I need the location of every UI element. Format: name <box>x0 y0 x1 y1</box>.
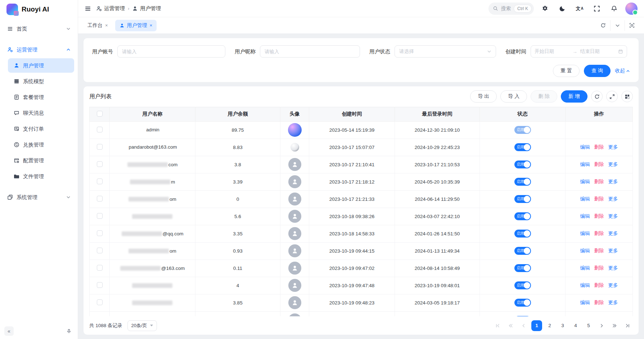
status-toggle[interactable]: 启用 <box>514 299 531 307</box>
global-search[interactable]: 搜索 Ctrl K <box>488 3 534 15</box>
delete-link[interactable]: 删除 <box>594 178 604 185</box>
close-icon[interactable]: × <box>150 23 153 28</box>
refresh-icon[interactable] <box>591 91 603 102</box>
tab-workbench[interactable]: 工作台 × <box>83 20 112 31</box>
pin-icon[interactable] <box>64 326 73 336</box>
export-button[interactable]: 导 出 <box>470 90 497 103</box>
row-checkbox[interactable] <box>97 161 103 167</box>
row-checkbox[interactable] <box>97 248 103 253</box>
user-avatar[interactable] <box>625 3 638 15</box>
delete-link[interactable]: 删除 <box>594 282 604 289</box>
row-checkbox[interactable] <box>97 299 103 305</box>
sidebar-item-user-management[interactable]: 用户管理 <box>8 58 74 73</box>
jump-back-button[interactable] <box>505 320 516 331</box>
search-button[interactable]: 查 询 <box>584 65 611 77</box>
select-all-checkbox[interactable] <box>97 111 103 117</box>
status-toggle[interactable]: 启用 <box>514 212 531 220</box>
column-settings-grid-icon[interactable] <box>621 91 633 102</box>
edit-link[interactable]: 编辑 <box>580 178 590 185</box>
prev-page-button[interactable] <box>518 320 529 331</box>
more-link[interactable]: 更多 <box>608 299 618 306</box>
sidebar-collapse-button[interactable]: « <box>4 326 14 336</box>
more-link[interactable]: 更多 <box>608 230 618 237</box>
edit-link[interactable]: 编辑 <box>580 161 590 168</box>
more-link[interactable]: 更多 <box>608 265 618 271</box>
more-link[interactable]: 更多 <box>608 178 618 185</box>
translate-icon[interactable]: 文A <box>573 3 586 15</box>
delete-button[interactable]: 删 除 <box>531 90 557 103</box>
notification-bell-icon[interactable] <box>608 3 620 15</box>
menu-toggle-icon[interactable] <box>85 3 91 15</box>
delete-link[interactable]: 删除 <box>594 196 604 202</box>
sidebar-item-package-management[interactable]: 套餐管理 <box>8 90 74 104</box>
collapse-filters-link[interactable]: 收起 <box>615 68 630 74</box>
status-toggle[interactable]: 启用 <box>514 195 531 203</box>
row-checkbox[interactable] <box>97 230 103 236</box>
sidebar-item-system-model[interactable]: 系统模型 <box>8 74 74 89</box>
breadcrumb-item-operations[interactable]: 运营管理 <box>96 5 125 12</box>
account-input[interactable] <box>117 45 225 58</box>
chevron-down-icon[interactable] <box>610 20 625 31</box>
edit-link[interactable]: 编辑 <box>580 265 590 271</box>
delete-link[interactable]: 删除 <box>594 213 604 220</box>
maximize-panel-icon[interactable] <box>625 20 639 31</box>
sidebar-item-system-management[interactable]: 系统管理 <box>4 190 74 204</box>
status-toggle[interactable]: 启用 <box>514 126 531 134</box>
sidebar-item-redeem-management[interactable]: 兑换管理 <box>8 137 74 152</box>
page-size-select[interactable]: 20条/页 <box>127 320 157 331</box>
import-button[interactable]: 导 入 <box>500 90 527 103</box>
sidebar-item-operations[interactable]: 运营管理 <box>4 42 74 57</box>
more-link[interactable]: 更多 <box>608 248 618 254</box>
more-link[interactable]: 更多 <box>608 213 618 220</box>
close-icon[interactable]: × <box>105 23 108 28</box>
edit-link[interactable]: 编辑 <box>580 213 590 220</box>
page-number-button[interactable]: 5 <box>583 320 594 331</box>
row-checkbox[interactable] <box>97 196 103 202</box>
more-link[interactable]: 更多 <box>608 196 618 202</box>
sidebar-item-chat-messages[interactable]: 聊天消息 <box>8 106 74 120</box>
row-checkbox[interactable] <box>97 282 103 288</box>
status-toggle[interactable]: 启用 <box>514 316 531 316</box>
edit-link[interactable]: 编辑 <box>580 144 590 150</box>
delete-link[interactable]: 删除 <box>594 144 604 150</box>
page-number-button[interactable]: 2 <box>544 320 555 331</box>
page-number-button[interactable]: 1 <box>531 320 542 331</box>
delete-link[interactable]: 删除 <box>594 248 604 254</box>
breadcrumb-item-user-management[interactable]: 用户管理 <box>132 5 161 12</box>
refresh-icon[interactable] <box>596 20 610 31</box>
more-link[interactable]: 更多 <box>608 161 618 168</box>
more-link[interactable]: 更多 <box>608 144 618 150</box>
dark-mode-moon-icon[interactable] <box>556 3 568 15</box>
reset-button[interactable]: 重 置 <box>553 65 580 77</box>
last-page-button[interactable] <box>622 320 633 331</box>
next-page-button[interactable] <box>596 320 607 331</box>
edit-link[interactable]: 编辑 <box>580 248 590 254</box>
row-checkbox[interactable] <box>97 144 103 150</box>
status-toggle[interactable]: 启用 <box>514 264 531 272</box>
nickname-input[interactable] <box>260 45 360 58</box>
row-checkbox[interactable] <box>97 213 103 219</box>
delete-link[interactable]: 删除 <box>594 265 604 271</box>
add-button[interactable]: 新 增 <box>561 90 587 103</box>
page-number-button[interactable]: 4 <box>570 320 581 331</box>
delete-link[interactable]: 删除 <box>594 230 604 237</box>
page-number-button[interactable]: 3 <box>557 320 568 331</box>
status-toggle[interactable]: 启用 <box>514 178 531 186</box>
edit-link[interactable]: 编辑 <box>580 282 590 289</box>
sidebar-item-payment-orders[interactable]: 支付订单 <box>8 122 74 136</box>
jump-forward-button[interactable] <box>609 320 620 331</box>
edit-link[interactable]: 编辑 <box>580 230 590 237</box>
status-select[interactable]: 请选择 <box>395 45 496 58</box>
status-toggle[interactable]: 启用 <box>514 281 531 289</box>
edit-link[interactable]: 编辑 <box>580 196 590 202</box>
status-toggle[interactable]: 启用 <box>514 230 531 238</box>
more-link[interactable]: 更多 <box>608 282 618 289</box>
settings-gear-icon[interactable] <box>539 3 551 15</box>
first-page-button[interactable] <box>492 320 503 331</box>
tab-user-management[interactable]: 用户管理 × <box>115 20 157 31</box>
row-checkbox[interactable] <box>97 178 103 184</box>
sidebar-item-home[interactable]: 首页 <box>4 22 74 36</box>
edit-link[interactable]: 编辑 <box>580 299 590 306</box>
row-checkbox[interactable] <box>97 265 103 271</box>
sidebar-item-file-management[interactable]: 文件管理 <box>8 169 74 184</box>
